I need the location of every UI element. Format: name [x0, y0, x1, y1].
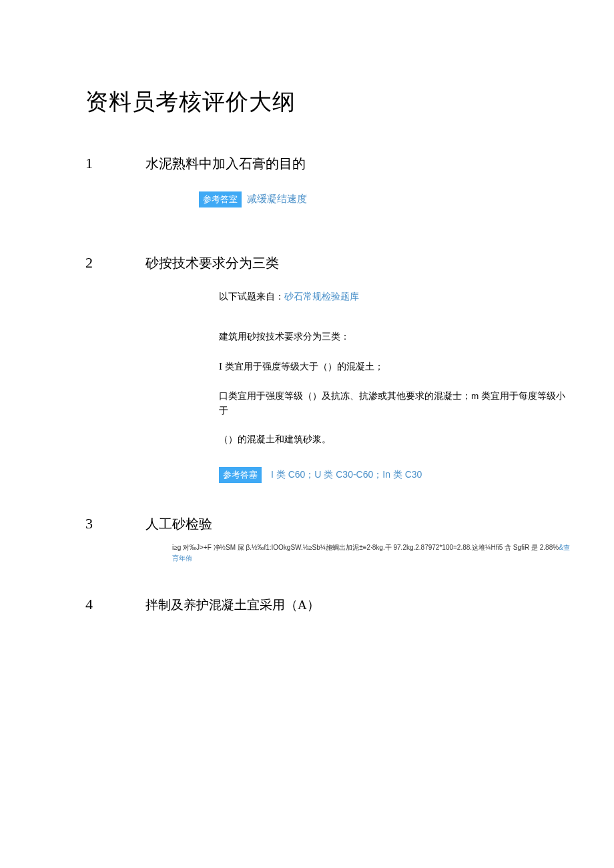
source-prefix: 以下试题来自： — [219, 291, 284, 302]
answer-text: 减缓凝结速度 — [247, 193, 307, 205]
section-heading: 水泥熟料中加入石膏的目的 — [145, 155, 306, 173]
answer-badge: 参考答室 — [199, 191, 242, 207]
page-title: 资料员考核评价大纲 — [85, 87, 574, 117]
body-line: I 类宜用于强度等级大于（）的混凝土； — [219, 358, 574, 374]
source-row: 以下试题来自：砂石常规检验题库 — [219, 291, 574, 303]
answer-row: 参考答塞 I 类 C60；U 类 C30-C60；In 类 C30 — [219, 467, 574, 483]
roman-numeral: I — [219, 361, 222, 372]
section-number: 3 — [85, 515, 145, 532]
garble-black: i≥g 对‰J>+F 净½SM 屎 β.½‰f1:IOOkgSW.½≥Sb¼施蜩… — [172, 544, 559, 551]
garbled-text: i≥g 对‰J>+F 净½SM 屎 β.½‰f1:IOOkgSW.½≥Sb¼施蜩… — [172, 542, 574, 564]
body-fragment: 类宜用于强度等级大于（）的混凝土； — [225, 362, 384, 372]
answer-badge: 参考答塞 — [219, 467, 262, 483]
body-line: （）的混凝土和建筑砂浆。 — [219, 432, 574, 447]
section-3: 3 人工砂检验 i≥g 对‰J>+F 净½SM 屎 β.½‰f1:IOOkgSW… — [85, 515, 574, 564]
section-header: 2 砂按技术要求分为三类 — [85, 254, 574, 272]
section-header: 4 拌制及养护混凝土宜采用（A） — [85, 596, 574, 614]
answer-text: I 类 C60；U 类 C30-C60；In 类 C30 — [271, 469, 422, 481]
section-number: 1 — [85, 155, 145, 172]
source-link[interactable]: 砂石常规检验题库 — [284, 291, 359, 302]
section-number: 2 — [85, 254, 145, 272]
document-page: 资料员考核评价大纲 1 水泥熟料中加入石膏的目的 参考答室 减缓凝结速度 2 砂… — [0, 0, 614, 686]
section-heading: 拌制及养护混凝土宜采用（A） — [145, 596, 320, 614]
section-heading: 人工砂检验 — [145, 515, 212, 533]
section-4: 4 拌制及养护混凝土宜采用（A） — [85, 596, 574, 614]
section-2: 2 砂按技术要求分为三类 以下试题来自：砂石常规检验题库 建筑用砂按技术要求分为… — [85, 254, 574, 483]
answer-row: 参考答室 减缓凝结速度 — [199, 191, 574, 207]
body-line: 建筑用砂按技术要求分为三类： — [219, 330, 574, 344]
section-header: 3 人工砂检验 — [85, 515, 574, 533]
section-header: 1 水泥熟料中加入石膏的目的 — [85, 155, 574, 173]
section-heading: 砂按技术要求分为三类 — [145, 254, 279, 272]
section-number: 4 — [85, 596, 145, 613]
section-body: 参考答室 减缓凝结速度 — [199, 191, 574, 207]
section-1: 1 水泥熟料中加入石膏的目的 参考答室 减缓凝结速度 — [85, 155, 574, 207]
body-line: 口类宜用于强度等级（）及抗冻、抗渗或其他要求的混凝士；m 类宜用于每度等级小于 — [219, 389, 574, 418]
